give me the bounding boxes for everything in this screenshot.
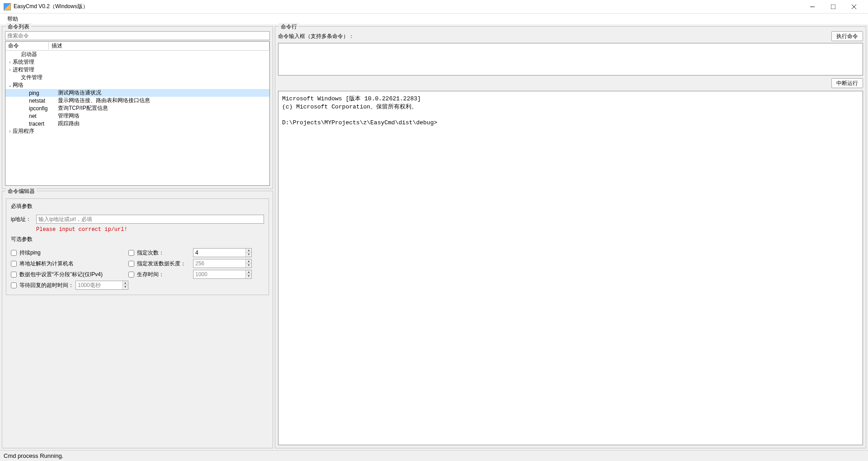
tree-header: 命令 描述 (5, 42, 269, 51)
command-tree[interactable]: 命令 描述 启动器›系统管理›进程管理文件管理⌄网络ping测试网络连通状况ne… (5, 41, 270, 186)
tree-row[interactable]: ipconfig查询TCP/IP配置信息 (5, 104, 269, 112)
spin-down-icon[interactable]: ▼ (123, 285, 128, 289)
optional-grid: 持续ping 将地址解析为计算机名 数据包中设置“不分段”标记(仅IPv4) 等… (11, 248, 264, 291)
opt-continuous-ping[interactable] (11, 250, 17, 256)
tree-row[interactable]: net管理网络 (5, 112, 269, 120)
opt-label: 指定次数： (137, 249, 191, 257)
spin-up-icon[interactable]: ▲ (246, 249, 251, 253)
right-column: 命令行 命令输入框（支持多条命令）： 执行命令 中断运行 Microsoft W… (275, 26, 866, 448)
tree-cmd: 应用程序 (13, 127, 34, 135)
expander-icon[interactable]: ⌄ (7, 83, 13, 88)
opt-label: 指定发送数据长度： (137, 260, 191, 268)
count-spinner[interactable]: ▲▼ (193, 248, 252, 257)
required-params-title: 必填参数 (11, 202, 264, 210)
ip-field-row: ip地址： (11, 215, 264, 224)
command-list-title: 命令列表 (6, 23, 31, 31)
tree-cmd: 进程管理 (13, 66, 34, 74)
cmd-input-label: 命令输入框（支持多条命令）： (278, 33, 831, 40)
expander-icon[interactable]: › (7, 129, 13, 134)
tree-row[interactable]: 文件管理 (5, 74, 269, 81)
spin-down-icon[interactable]: ▼ (246, 253, 251, 257)
ttl-value[interactable] (193, 271, 245, 278)
tree-cmd: tracert (29, 121, 44, 127)
tree-cmd: net (29, 113, 37, 119)
tree-row[interactable]: tracert跟踪路由 (5, 120, 269, 127)
status-bar: Cmd process Running. (0, 450, 868, 461)
optional-col-right: 指定次数： ▲▼ 指定发送数据长度： ▲▼ (128, 248, 264, 291)
optional-col-left: 持续ping 将地址解析为计算机名 数据包中设置“不分段”标记(仅IPv4) 等… (11, 248, 128, 291)
tree-cmd: 文件管理 (21, 74, 42, 81)
expander-icon[interactable]: › (7, 60, 13, 65)
search-input[interactable] (5, 31, 270, 40)
spin-up-icon[interactable]: ▲ (123, 281, 128, 285)
console-output[interactable]: Microsoft Windows [版本 10.0.22621.2283] (… (278, 91, 863, 445)
editor-inner: 必填参数 ip地址： Please input correct ip/url! … (6, 198, 269, 295)
maximize-button[interactable] (823, 0, 844, 14)
tree-desc: 测试网络连通状况 (57, 89, 269, 97)
tree-cmd: 网络 (13, 81, 24, 89)
tree-cmd: 启动器 (21, 51, 37, 58)
tree-cmd: netstat (29, 98, 45, 104)
title-bar: EasyCmd V0.2（Windows版） (0, 0, 868, 14)
tree-header-desc[interactable]: 描述 (49, 42, 269, 50)
size-value[interactable] (193, 260, 245, 267)
tree-row[interactable]: 启动器 (5, 51, 269, 58)
status-text: Cmd process Running. (4, 452, 63, 459)
menu-bar: 帮助 (0, 14, 868, 24)
ttl-spinner[interactable]: ▲▼ (193, 270, 252, 279)
tree-row[interactable]: netstat显示网络连接、路由表和网络接口信息 (5, 97, 269, 104)
opt-resolve-hostname[interactable] (11, 261, 17, 267)
run-button[interactable]: 执行命令 (831, 31, 863, 41)
command-line-group: 命令行 命令输入框（支持多条命令）： 执行命令 中断运行 Microsoft W… (275, 26, 866, 448)
left-column: 命令列表 命令 描述 启动器›系统管理›进程管理文件管理⌄网络ping测试网络连… (2, 26, 273, 448)
stop-button[interactable]: 中断运行 (831, 78, 863, 88)
tree-desc: 跟踪路由 (57, 120, 269, 127)
opt-label: 将地址解析为计算机名 (19, 260, 74, 268)
tree-header-cmd[interactable]: 命令 (5, 42, 49, 50)
close-button[interactable] (844, 0, 864, 14)
size-spinner[interactable]: ▲▼ (193, 259, 252, 268)
tree-cmd: ipconfig (29, 105, 47, 112)
cmd-input-area[interactable] (278, 43, 863, 75)
cmdline-mid-row: 中断运行 (278, 78, 863, 88)
expander-icon[interactable]: › (7, 67, 13, 72)
opt-count[interactable] (128, 250, 134, 256)
tree-cmd: 系统管理 (13, 58, 34, 66)
opt-size[interactable] (128, 261, 134, 267)
menu-help[interactable]: 帮助 (4, 14, 22, 24)
ip-label: ip地址： (11, 216, 36, 223)
tree-desc: 查询TCP/IP配置信息 (57, 104, 269, 112)
opt-label: 数据包中设置“不分段”标记(仅IPv4) (19, 271, 103, 278)
ip-error-message: Please input correct ip/url! (36, 226, 264, 233)
opt-dont-fragment[interactable] (11, 272, 17, 278)
timeout-value[interactable] (76, 282, 123, 288)
ip-input[interactable] (36, 215, 264, 224)
minimize-button[interactable] (802, 0, 823, 14)
opt-label: 生存时间： (137, 271, 191, 278)
tree-row[interactable]: ping测试网络连通状况 (5, 89, 269, 97)
tree-cmd: ping (29, 90, 39, 96)
cmdline-top-row: 命令输入框（支持多条命令）： 执行命令 (278, 31, 863, 41)
app-icon (4, 3, 11, 10)
timeout-spinner[interactable]: ▲▼ (75, 281, 128, 290)
command-editor-group: 命令编辑器 必填参数 ip地址： Please input correct ip… (2, 191, 273, 448)
opt-label: 等待回复的超时时间： (19, 282, 74, 289)
svg-rect-1 (831, 5, 835, 9)
spin-up-icon[interactable]: ▲ (246, 259, 251, 263)
command-line-title: 命令行 (279, 23, 299, 31)
tree-desc: 管理网络 (57, 112, 269, 120)
command-list-group: 命令列表 命令 描述 启动器›系统管理›进程管理文件管理⌄网络ping测试网络连… (2, 26, 273, 189)
opt-label: 持续ping (19, 249, 41, 257)
tree-row[interactable]: ›进程管理 (5, 66, 269, 74)
spin-down-icon[interactable]: ▼ (246, 263, 251, 268)
tree-row[interactable]: ⌄网络 (5, 81, 269, 89)
command-editor-title: 命令编辑器 (6, 188, 37, 195)
spin-up-icon[interactable]: ▲ (246, 270, 251, 274)
tree-row[interactable]: ›系统管理 (5, 58, 269, 66)
count-value[interactable] (193, 249, 245, 256)
tree-row[interactable]: ›应用程序 (5, 127, 269, 135)
opt-ttl[interactable] (128, 272, 134, 278)
content-area: 命令列表 命令 描述 启动器›系统管理›进程管理文件管理⌄网络ping测试网络连… (0, 24, 868, 450)
opt-timeout[interactable] (11, 282, 17, 288)
spin-down-icon[interactable]: ▼ (246, 274, 251, 278)
